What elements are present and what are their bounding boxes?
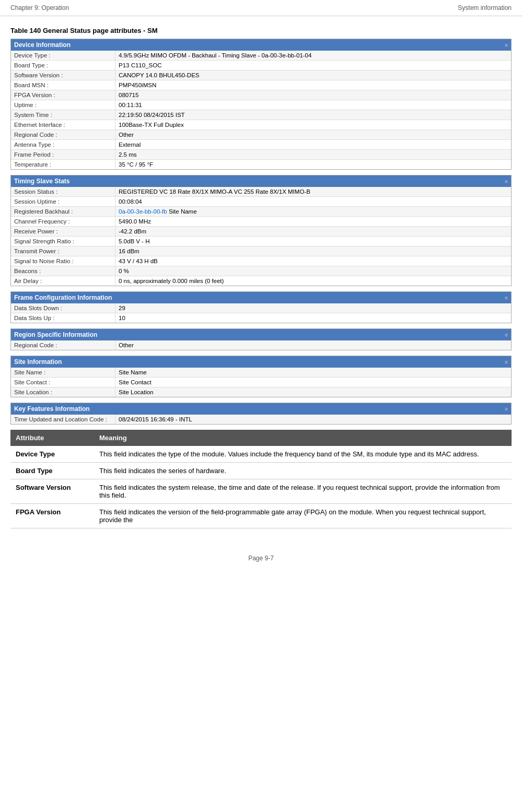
info-label: Board Type : [11,61,115,70]
info-value: 08/24/2015 16:36:49 - INTL [115,415,511,424]
section-header-device-information: Device Information≡ [11,39,511,51]
info-row: Data Slots Down :29 [11,303,511,313]
section-header-key-features: Key Features Information≡ [11,403,511,415]
info-label: Regional Code : [11,340,115,350]
section-title: Device Information [14,41,71,49]
info-label: Ethernet Interface : [11,120,115,130]
info-label: FPGA Version : [11,90,115,100]
info-value: -42.2 dBm [115,227,511,236]
info-row: Site Location :Site Location [11,387,511,397]
section-header-timing-slave-stats: Timing Slave Stats≡ [11,175,511,187]
info-value: 00:11:31 [115,100,511,110]
attribute-cell: Software Version [10,479,94,504]
info-row: Regional Code :Other [11,340,511,350]
info-label: Temperature : [11,160,115,169]
info-label: Beacons : [11,266,115,276]
info-row: Session Status :REGISTERED VC 18 Rate 8X… [11,187,511,197]
table-row: Software VersionThis field indicates the… [10,479,512,504]
info-value: 0a-00-3e-bb-00-fb Site Name [115,207,511,216]
info-label: Board MSN : [11,80,115,90]
info-row: Site Name :Site Name [11,368,511,378]
info-label: Air Delay : [11,276,115,286]
info-row: Receive Power :-42.2 dBm [11,227,511,237]
info-value: REGISTERED VC 18 Rate 8X/1X MIMO-A VC 25… [115,187,511,196]
info-row: Board Type :P13 C110_SOC [11,61,511,70]
attribute-cell: FPGA Version [10,504,94,528]
info-row: Signal to Noise Ratio :43 V / 43 H dB [11,256,511,266]
info-label: Site Contact : [11,378,115,387]
section-key-features: Key Features Information≡Time Updated an… [10,403,512,425]
section-title: Key Features Information [14,405,90,413]
info-label: Receive Power : [11,227,115,236]
info-value: Other [115,340,511,350]
info-row: Ethernet Interface :100Base-TX Full Dupl… [11,120,511,130]
section-title: Timing Slave Stats [14,178,69,185]
info-row: Antenna Type :External [11,140,511,150]
section-label: System information [458,4,512,11]
section-region-specific: Region Specific Information≡Regional Cod… [10,328,512,350]
section-header-region-specific: Region Specific Information≡ [11,329,511,340]
section-title: Region Specific Information [14,331,97,338]
info-label: System Time : [11,110,115,120]
info-value: 00:08:04 [115,197,511,206]
info-row: Frame Period :2.5 ms [11,150,511,160]
info-value: 10 [115,313,511,323]
section-icon: ≡ [505,42,508,48]
info-value: 35 °C / 95 °F [115,160,511,169]
backhaul-link[interactable]: 0a-00-3e-bb-00-fb [119,208,167,215]
info-value: 22:19:50 08/24/2015 IST [115,110,511,120]
info-value: 5490.0 MHz [115,217,511,226]
meaning-col-header: Meaning [94,430,512,446]
info-value: 5.0dB V - H [115,237,511,246]
info-row: Site Contact :Site Contact [11,378,511,387]
meaning-cell: This field indicates the series of hardw… [94,463,512,479]
info-label: Regional Code : [11,130,115,139]
info-value: Other [115,130,511,139]
info-row: Board MSN :PMP450iMSN [11,80,511,90]
section-header-frame-configuration: Frame Configuration Information≡ [11,292,511,303]
info-label: Data Slots Down : [11,303,115,313]
info-row: Software Version :CANOPY 14.0 BHUL450-DE… [11,70,511,80]
info-row: Channel Frequency :5490.0 MHz [11,217,511,227]
section-icon: ≡ [505,359,508,365]
info-label: Uptime : [11,100,115,110]
info-value: 43 V / 43 H dB [115,256,511,266]
info-label: Antenna Type : [11,140,115,149]
info-value: 16 dBm [115,246,511,256]
info-label: Software Version : [11,70,115,80]
info-label: Frame Period : [11,150,115,159]
info-label: Session Uptime : [11,197,115,206]
info-row: Signal Strength Ratio :5.0dB V - H [11,237,511,246]
info-value: Site Location [115,387,511,397]
section-timing-slave-stats: Timing Slave Stats≡Session Status :REGIS… [10,175,512,286]
section-site-information: Site Information≡Site Name :Site NameSit… [10,356,512,397]
info-value: 100Base-TX Full Duplex [115,120,511,130]
info-label: Data Slots Up : [11,313,115,323]
section-icon: ≡ [505,179,508,184]
info-label: Registered Backhaul : [11,207,115,216]
info-label: Time Updated and Location Code : [11,415,115,424]
info-value: CANOPY 14.0 BHUL450-DES [115,70,511,80]
section-title: Site Information [14,358,62,366]
meaning-cell: This field indicates the type of the mod… [94,446,512,463]
meaning-cell: This field indicates the system release,… [94,479,512,504]
attr-col-header: Attribute [10,430,94,446]
meaning-cell: This field indicates the version of the … [94,504,512,528]
info-row: Temperature :35 °C / 95 °F [11,160,511,169]
info-row: Beacons :0 % [11,266,511,276]
info-value: 0 ns, approximately 0.000 miles (0 feet) [115,276,511,286]
info-row: Registered Backhaul :0a-00-3e-bb-00-fb S… [11,207,511,217]
chapter-label: Chapter 9: Operation [10,4,69,11]
info-label: Signal Strength Ratio : [11,237,115,246]
info-row: Time Updated and Location Code :08/24/20… [11,415,511,424]
info-value: External [115,140,511,149]
table-row: FPGA VersionThis field indicates the ver… [10,504,512,528]
sections-container: Device Information≡Device Type :4.9/5.9G… [10,39,512,425]
table-title: Table 140 General Status page attributes… [10,27,512,34]
info-value: 080715 [115,90,511,100]
info-value: PMP450iMSN [115,80,511,90]
attribute-cell: Board Type [10,463,94,479]
info-value: 4.9/5.9GHz MIMO OFDM - Backhaul - Timing… [115,51,511,60]
table-row: Device TypeThis field indicates the type… [10,446,512,463]
section-icon: ≡ [505,295,508,301]
